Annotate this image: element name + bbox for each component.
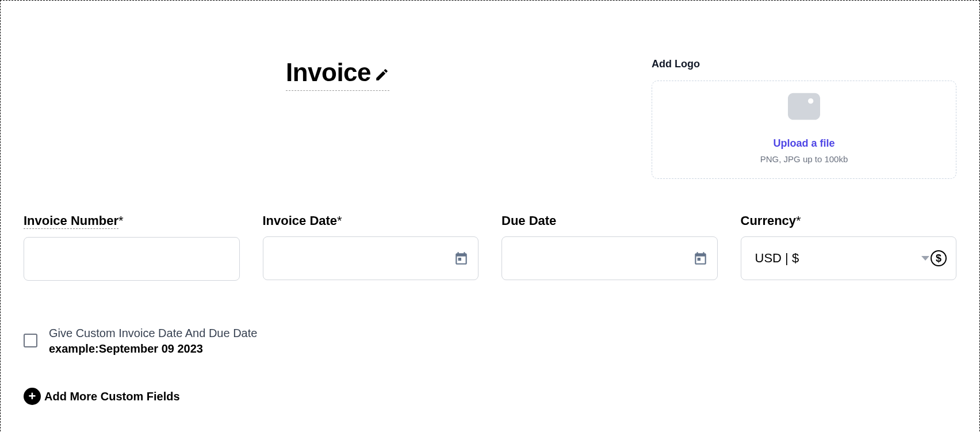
invoice-form-container: Invoice Add Logo Upload a file PNG, JPG … <box>0 0 980 432</box>
custom-date-text: Give Custom Invoice Date And Due Date ex… <box>49 327 257 355</box>
calendar-icon <box>693 251 708 266</box>
add-more-label: Add More Custom Fields <box>44 390 180 403</box>
custom-date-line1: Give Custom Invoice Date And Due Date <box>49 327 257 340</box>
due-date-input[interactable] <box>511 237 693 280</box>
due-date-input-wrap[interactable] <box>502 236 718 280</box>
due-date-field: Due Date <box>502 213 718 281</box>
invoice-date-input-wrap[interactable] <box>263 236 479 280</box>
upload-hint: PNG, JPG up to 100kb <box>760 154 848 164</box>
logo-upload-dropzone[interactable]: Upload a file PNG, JPG up to 100kb <box>652 81 956 179</box>
fields-row: Invoice Number* Invoice Date* Due Date <box>24 213 956 281</box>
add-logo-label: Add Logo <box>652 58 956 70</box>
invoice-date-label: Invoice Date* <box>263 213 479 228</box>
due-date-label: Due Date <box>502 213 718 228</box>
add-more-fields-button[interactable]: + Add More Custom Fields <box>24 388 956 405</box>
logo-section: Add Logo Upload a file PNG, JPG up to 10… <box>652 24 956 179</box>
invoice-number-input-wrap <box>24 237 240 281</box>
currency-label: Currency* <box>741 213 957 228</box>
top-section: Invoice Add Logo Upload a file PNG, JPG … <box>24 24 956 179</box>
currency-select[interactable]: USD | $ $ <box>741 236 957 280</box>
custom-date-checkbox[interactable] <box>24 334 37 347</box>
invoice-date-input[interactable] <box>273 237 454 280</box>
calendar-icon <box>454 251 469 266</box>
chevron-down-icon <box>921 256 929 261</box>
currency-value: USD | $ <box>755 251 799 266</box>
invoice-number-input[interactable] <box>33 238 230 280</box>
invoice-date-field: Invoice Date* <box>263 213 479 281</box>
dollar-circle-icon: $ <box>931 250 947 266</box>
currency-field: Currency* USD | $ $ <box>741 213 957 281</box>
edit-pencil-icon <box>374 67 389 82</box>
invoice-number-label: Invoice Number* <box>24 213 240 229</box>
custom-date-option: Give Custom Invoice Date And Due Date ex… <box>24 327 956 355</box>
title-wrap: Invoice <box>24 24 652 91</box>
invoice-title: Invoice <box>286 58 371 87</box>
custom-date-line2: example:September 09 2023 <box>49 342 257 355</box>
image-placeholder-icon <box>788 93 820 120</box>
upload-file-link[interactable]: Upload a file <box>664 137 944 150</box>
plus-circle-icon: + <box>24 388 41 405</box>
invoice-number-field: Invoice Number* <box>24 213 240 281</box>
invoice-title-editable[interactable]: Invoice <box>286 58 389 91</box>
